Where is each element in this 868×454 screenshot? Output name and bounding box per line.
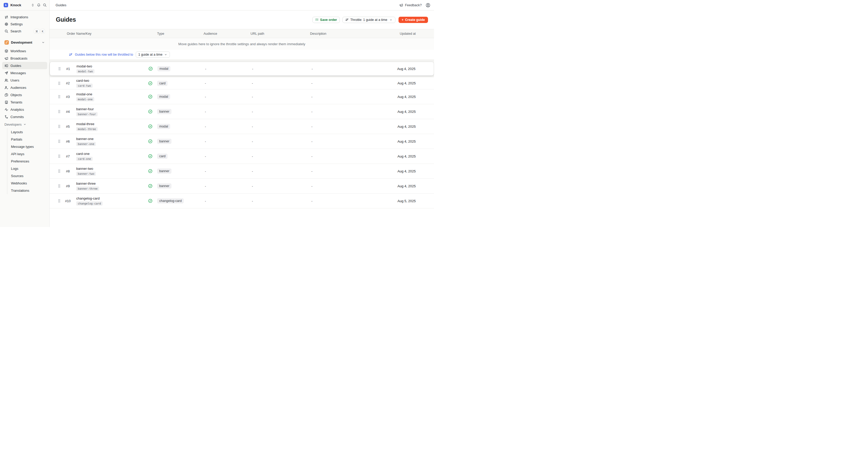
unthrottled-dropzone[interactable]: Move guides here to ignore the throttle … [50,38,434,50]
workspace-switcher[interactable]: k Knock [0,0,49,10]
sidebar-item-guides[interactable]: Guides [2,62,47,69]
table-row[interactable]: #3 modal-one modal-one modal - - - Aug 4… [50,89,434,104]
guide-name[interactable]: banner-four [76,107,146,111]
k-key: K [40,29,45,33]
guide-name[interactable]: banner-one [76,137,146,141]
row-description: - [308,67,397,71]
chevron-down-icon [390,18,393,22]
row-updated-at: Aug 4, 2025 [397,110,428,114]
row-audience: - [202,154,248,158]
chevrons-up-down-icon[interactable] [31,3,35,7]
row-updated-at: Aug 4, 2025 [397,140,428,143]
developers-section-toggle[interactable]: Developers [2,121,47,128]
table-row[interactable]: #2 card-two card-two card - - - Aug 4, 2… [50,77,434,89]
create-guide-button[interactable]: + Create guide [399,17,428,23]
user-avatar-button[interactable] [426,3,430,7]
guide-name[interactable]: changelog-card [76,196,146,200]
row-status [146,109,155,114]
row-type: card [155,153,202,159]
sidebar-item-users[interactable]: Users [2,77,47,84]
gear-icon [4,22,8,26]
guide-name[interactable]: card-one [76,152,146,156]
sidebar-item-tenants[interactable]: Tenants [2,98,47,106]
drag-handle-icon[interactable] [56,67,63,70]
check-circle-icon [148,184,152,188]
guide-name[interactable]: banner-two [76,167,146,171]
throttle-dropdown-button[interactable]: Throttle: 1 guide at a time [342,17,395,23]
guide-name[interactable]: modal-three [76,122,146,126]
feedback-button[interactable]: Feedback? [399,3,422,7]
guide-key-badge: banner-three [76,187,99,191]
drag-handle-icon[interactable] [56,124,63,128]
table-row[interactable]: #6 banner-one banner-one banner - - - Au… [50,134,434,149]
drag-handle-icon[interactable] [56,95,63,98]
table-row[interactable]: #8 banner-two banner-two banner - - - Au… [50,164,434,179]
drag-handle-icon[interactable] [56,184,63,188]
sidebar-item-message-types[interactable]: Message types [9,143,47,150]
guide-name[interactable]: banner-three [76,181,146,186]
sidebar-item-translations[interactable]: Translations [9,187,47,194]
drag-handle-icon[interactable] [56,140,63,143]
guide-key-badge: card-two [76,84,93,88]
guide-name[interactable]: card-two [76,79,146,83]
check-circle-icon [148,154,152,158]
drag-handle-icon[interactable] [56,110,63,113]
row-name-key: banner-four banner-four [76,107,146,116]
row-type: banner [155,139,202,144]
sidebar-item-layouts[interactable]: Layouts [9,128,47,136]
environment-switcher[interactable]: Development [2,38,47,46]
table-row[interactable]: #1 modal-two modal-two modal - - - Aug 4… [50,62,434,76]
page-title: Guides [56,16,312,23]
table-row[interactable]: #9 banner-three banner-three banner - - … [50,179,434,194]
row-audience: - [202,67,249,71]
sidebar-item-label: Guides [10,64,45,68]
cmd-key: ⌘ [34,29,39,33]
drag-handle-icon[interactable] [56,82,63,85]
guide-name[interactable]: modal-two [76,64,146,68]
row-audience: - [202,199,248,203]
integrations-icon [4,15,8,19]
throttle-divider-label[interactable]: Guides below this row will be throttled … [75,53,133,56]
drag-handle-icon[interactable] [56,199,63,203]
sidebar-item-webhooks[interactable]: Webhooks [9,179,47,187]
drag-handle-icon[interactable] [56,154,63,158]
sidebar-item-workflows[interactable]: Workflows [2,47,47,55]
sidebar-item-preferences[interactable]: Preferences [9,158,47,165]
page-header: Guides Save order Throttle: 1 guide at a… [50,10,434,29]
developers-sub-list: Layouts Partials Message types API keys … [7,128,47,194]
chevron-down-icon [41,41,45,44]
row-url-path: - [248,169,308,173]
sidebar-item-objects[interactable]: Objects [2,91,47,98]
sidebar-item-label: Logs [11,167,18,171]
row-status [146,154,155,158]
sidebar-nav: Integrations Settings Search ⌘ K [0,10,49,194]
row-description: - [308,169,397,173]
throttle-value-dropdown[interactable]: 1 guide at a time [136,52,170,58]
sidebar-item-broadcasts[interactable]: Broadcasts [2,55,47,62]
guide-name[interactable]: modal-one [76,92,146,96]
save-order-button[interactable]: Save order [312,17,340,23]
sidebar-item-api-keys[interactable]: API keys [9,150,47,158]
table-row[interactable]: #10 changelog-card changelog-card change… [50,194,434,208]
sidebar-item-audiences[interactable]: Audiences [2,84,47,91]
sidebar-item-commits[interactable]: Commits [2,113,47,120]
search-icon[interactable] [42,3,47,7]
sidebar-item-label: Sources [11,174,24,178]
sidebar-item-sources[interactable]: Sources [9,172,47,179]
sidebar-item-messages[interactable]: Messages [2,69,47,77]
table-row[interactable]: #7 card-one card-one card - - - Aug 4, 2… [50,149,434,164]
list-check-icon [315,18,319,22]
table-row[interactable]: #4 banner-four banner-four banner - - - … [50,104,434,119]
sidebar-item-label: Integrations [10,15,45,19]
sidebar-item-search[interactable]: Search ⌘ K [2,28,47,35]
dragging-row-zone: #1 modal-two modal-two modal - - - Aug 4… [50,60,434,77]
sidebar-item-logs[interactable]: Logs [9,165,47,172]
drag-handle-icon[interactable] [56,169,63,173]
sidebar-item-analytics[interactable]: Analytics [2,106,47,113]
col-audience: Audience [202,32,248,35]
sidebar-item-integrations[interactable]: Integrations [2,13,47,21]
sidebar-item-settings[interactable]: Settings [2,21,47,28]
sidebar-item-partials[interactable]: Partials [9,136,47,143]
table-row[interactable]: #5 modal-three modal-three modal - - - A… [50,119,434,134]
bell-icon[interactable] [36,3,41,7]
